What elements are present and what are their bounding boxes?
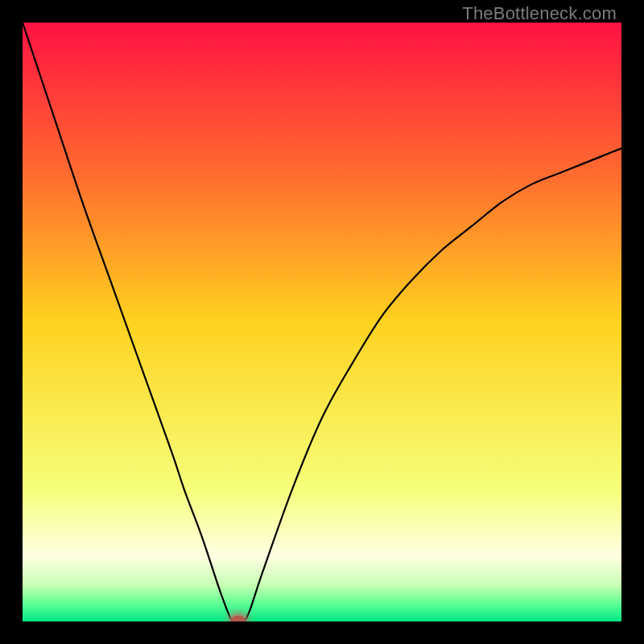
attribution-label: TheBottleneck.com bbox=[462, 3, 617, 24]
chart-frame: TheBottleneck.com bbox=[0, 0, 644, 644]
optimal-point-marker bbox=[232, 616, 245, 621]
plot-area bbox=[23, 23, 621, 621]
bottleneck-curve bbox=[23, 23, 621, 621]
